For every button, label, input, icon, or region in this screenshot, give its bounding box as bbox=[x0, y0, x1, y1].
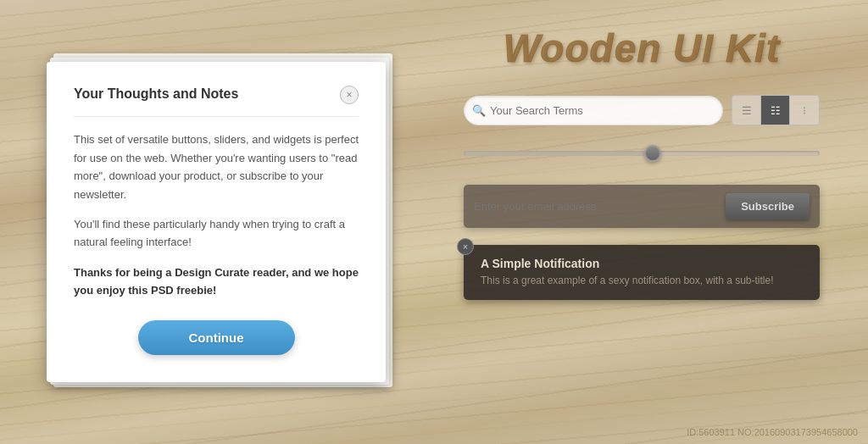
notification-subtitle: This is a great example of a sexy notifi… bbox=[481, 274, 806, 288]
slider-row bbox=[464, 144, 820, 163]
detail-view-button[interactable]: ☷ bbox=[761, 96, 790, 125]
right-panel: Wooden UI Kit 🔍 ☰ ☷ ⁝ bbox=[432, 0, 868, 444]
grid-view-button[interactable]: ⁝ bbox=[790, 96, 819, 125]
modal-title: Your Thoughts and Notes bbox=[74, 86, 238, 103]
list-icon: ☰ bbox=[742, 104, 752, 117]
modal-header: Your Thoughts and Notes × bbox=[74, 86, 359, 117]
email-subscribe-row: Subscribe bbox=[464, 185, 820, 228]
list-view-button[interactable]: ☰ bbox=[732, 96, 761, 125]
modal-card: Your Thoughts and Notes × This set of ve… bbox=[47, 62, 386, 382]
notification-box: × A Simple Notification This is a great … bbox=[464, 245, 820, 300]
search-row: 🔍 ☰ ☷ ⁝ bbox=[464, 95, 820, 125]
email-input[interactable] bbox=[474, 200, 719, 213]
subscribe-button[interactable]: Subscribe bbox=[726, 193, 810, 219]
modal-body-paragraph-1: This set of versatile buttons, sliders, … bbox=[74, 130, 359, 203]
modal-body-paragraph-2: You'll find these particularly handy whe… bbox=[74, 215, 359, 252]
view-toggles: ☰ ☷ ⁝ bbox=[732, 95, 820, 125]
search-icon: 🔍 bbox=[472, 104, 486, 117]
content-wrapper: Your Thoughts and Notes × This set of ve… bbox=[0, 0, 868, 444]
detail-icon: ☷ bbox=[771, 104, 781, 117]
notification-title: A Simple Notification bbox=[481, 257, 806, 270]
app-title: Wooden UI Kit bbox=[504, 25, 780, 71]
close-icon: × bbox=[346, 90, 352, 100]
grid-icon: ⁝ bbox=[803, 104, 806, 117]
modal-stack: Your Thoughts and Notes × This set of ve… bbox=[47, 62, 386, 382]
slider-fill bbox=[464, 151, 653, 156]
modal-body: This set of versatile buttons, sliders, … bbox=[74, 130, 359, 300]
modal-close-button[interactable]: × bbox=[340, 86, 359, 104]
notification-close-button[interactable]: × bbox=[457, 238, 474, 255]
modal-footer: Continue bbox=[74, 320, 359, 355]
watermark: ID:5603911 NO:20160903173954658000 bbox=[687, 427, 858, 437]
slider-track bbox=[464, 151, 820, 156]
search-input-wrap: 🔍 bbox=[464, 96, 723, 125]
left-panel: Your Thoughts and Notes × This set of ve… bbox=[0, 0, 432, 444]
continue-button[interactable]: Continue bbox=[138, 320, 295, 355]
search-input[interactable] bbox=[464, 96, 723, 125]
slider-thumb[interactable] bbox=[644, 145, 661, 162]
modal-body-paragraph-3: Thanks for being a Design Curate reader,… bbox=[74, 264, 359, 300]
notification-close-icon: × bbox=[463, 242, 468, 252]
